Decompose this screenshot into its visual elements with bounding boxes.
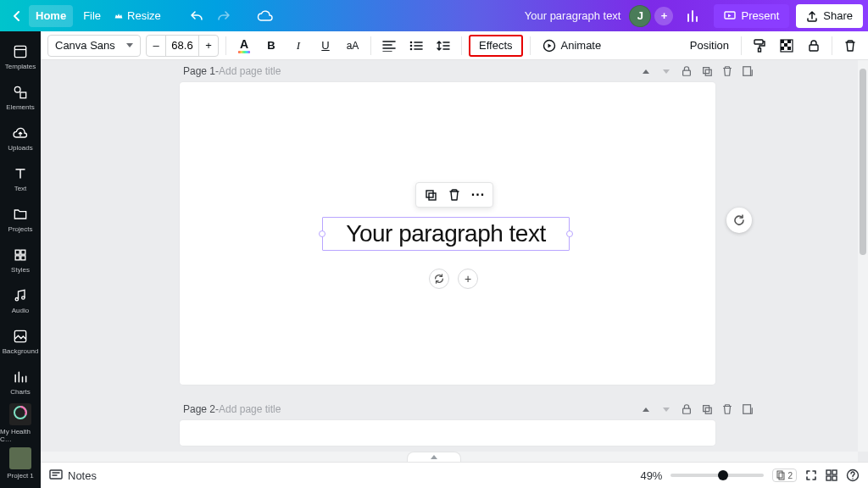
font-size-increase[interactable]: + bbox=[199, 36, 218, 56]
styles-icon bbox=[12, 247, 29, 263]
page-1-canvas[interactable]: ··· Your paragraph text + bbox=[180, 82, 715, 385]
more-selection-button[interactable]: ··· bbox=[467, 184, 489, 206]
text-element[interactable]: Your paragraph text bbox=[322, 217, 570, 251]
redo-button[interactable] bbox=[210, 5, 237, 27]
add-below-button[interactable]: + bbox=[458, 269, 478, 289]
regenerate-button[interactable] bbox=[429, 269, 449, 289]
expand-page-button[interactable] bbox=[659, 402, 673, 416]
duplicate-page-button[interactable] bbox=[700, 64, 714, 78]
sidebar-item-templates[interactable]: Templates bbox=[0, 36, 41, 77]
resize-handle-right[interactable] bbox=[566, 230, 573, 237]
add-page-button[interactable] bbox=[741, 64, 754, 78]
share-button[interactable]: Share bbox=[796, 4, 863, 28]
animate-button[interactable]: Animate bbox=[537, 35, 607, 57]
svg-rect-3 bbox=[20, 92, 26, 98]
letter-case-button[interactable]: aA bbox=[342, 35, 364, 57]
vertical-scrollbar[interactable] bbox=[858, 60, 868, 452]
lock-page-button[interactable] bbox=[680, 64, 693, 78]
scrollbar-thumb[interactable] bbox=[860, 69, 866, 255]
animate-icon bbox=[542, 39, 556, 53]
notes-button[interactable]: Notes bbox=[68, 469, 97, 482]
effects-button[interactable]: Effects bbox=[469, 35, 523, 57]
svg-rect-24 bbox=[426, 191, 433, 197]
zoom-slider-knob[interactable] bbox=[718, 470, 728, 480]
italic-button[interactable]: I bbox=[287, 35, 309, 57]
sidebar: Templates Elements Uploads Text Projects… bbox=[0, 31, 41, 488]
sidebar-item-projects[interactable]: Projects bbox=[0, 199, 41, 240]
uploads-icon bbox=[12, 125, 29, 141]
page-2-canvas[interactable] bbox=[180, 420, 715, 446]
resize-handle-left[interactable] bbox=[319, 230, 326, 237]
font-family-label: Canva Sans bbox=[55, 39, 115, 52]
crown-icon bbox=[114, 12, 123, 20]
alignment-button[interactable] bbox=[378, 35, 400, 57]
sidebar-item-app2[interactable]: Project 1 bbox=[0, 443, 41, 484]
sidebar-item-label: Project 1 bbox=[7, 472, 34, 480]
present-icon bbox=[724, 11, 736, 21]
add-page-button[interactable] bbox=[741, 402, 754, 416]
sidebar-item-audio[interactable]: Audio bbox=[0, 280, 41, 321]
spacing-button[interactable] bbox=[432, 35, 454, 57]
delete-button[interactable] bbox=[839, 35, 861, 57]
delete-page-button[interactable] bbox=[721, 64, 734, 78]
list-button[interactable] bbox=[405, 35, 427, 57]
back-button[interactable] bbox=[5, 5, 29, 27]
insights-button[interactable] bbox=[680, 5, 707, 27]
resize-button[interactable]: Resize bbox=[108, 5, 168, 27]
footer: Notes 49% 2 bbox=[41, 462, 868, 488]
duplicate-selection-button[interactable] bbox=[420, 184, 442, 206]
add-collaborator-button[interactable]: + bbox=[654, 7, 673, 25]
page-1-title-input[interactable]: Add page title bbox=[219, 65, 281, 77]
page-2-wrap: Page 2 - Add page title bbox=[180, 402, 758, 446]
page-2-title-input[interactable]: Add page title bbox=[219, 403, 281, 415]
sidebar-item-charts[interactable]: Charts bbox=[0, 362, 41, 402]
collapse-page-button[interactable] bbox=[639, 64, 653, 78]
file-menu[interactable]: File bbox=[76, 5, 108, 27]
pages-icon bbox=[776, 470, 785, 480]
page-count-chip[interactable]: 2 bbox=[772, 469, 797, 482]
zoom-level: 49% bbox=[640, 469, 662, 482]
avatar[interactable]: J bbox=[629, 5, 651, 27]
document-title[interactable]: Your paragraph text bbox=[525, 9, 630, 22]
svg-rect-25 bbox=[429, 193, 436, 200]
undo-button[interactable] bbox=[183, 5, 210, 27]
grid-view-button[interactable] bbox=[826, 469, 837, 481]
copy-style-button[interactable] bbox=[748, 35, 771, 57]
help-icon bbox=[846, 469, 860, 482]
svg-point-2 bbox=[14, 86, 20, 92]
underline-button[interactable]: U bbox=[314, 35, 337, 57]
font-size-stepper: – + bbox=[146, 35, 219, 57]
delete-selection-button[interactable] bbox=[443, 184, 465, 206]
transparency-button[interactable] bbox=[776, 35, 798, 57]
duplicate-page-button[interactable] bbox=[700, 402, 714, 416]
position-button[interactable]: Position bbox=[685, 35, 734, 57]
sidebar-item-app1[interactable]: My Health C… bbox=[0, 402, 41, 443]
page-comment-button[interactable] bbox=[726, 208, 752, 233]
present-button[interactable]: Present bbox=[714, 4, 789, 28]
home-button[interactable]: Home bbox=[29, 5, 73, 27]
sidebar-item-uploads[interactable]: Uploads bbox=[0, 118, 41, 158]
bold-button[interactable]: B bbox=[260, 35, 282, 57]
chevron-up-icon bbox=[431, 455, 437, 459]
page-2-header: Page 2 - Add page title bbox=[180, 402, 758, 420]
lock-page-button[interactable] bbox=[680, 402, 693, 416]
cloud-sync-button[interactable] bbox=[249, 5, 280, 27]
delete-page-button[interactable] bbox=[721, 402, 734, 416]
svg-point-9 bbox=[22, 297, 25, 299]
fullscreen-button[interactable] bbox=[805, 469, 817, 481]
font-size-decrease[interactable]: – bbox=[147, 36, 165, 56]
help-button[interactable] bbox=[846, 469, 860, 482]
sidebar-item-background[interactable]: Background bbox=[0, 321, 41, 362]
sidebar-item-text[interactable]: Text bbox=[0, 158, 41, 199]
font-family-select[interactable]: Canva Sans bbox=[47, 35, 141, 57]
collapse-page-button[interactable] bbox=[639, 402, 653, 416]
sidebar-item-styles[interactable]: Styles bbox=[0, 240, 41, 280]
sidebar-item-elements[interactable]: Elements bbox=[0, 77, 41, 118]
page-tray-toggle[interactable] bbox=[407, 452, 461, 462]
svg-rect-23 bbox=[743, 67, 751, 76]
font-size-input[interactable] bbox=[165, 36, 199, 56]
expand-page-button[interactable] bbox=[659, 64, 673, 78]
zoom-slider[interactable] bbox=[670, 474, 764, 477]
lock-button[interactable] bbox=[803, 35, 825, 57]
text-color-button[interactable]: A bbox=[233, 35, 255, 57]
